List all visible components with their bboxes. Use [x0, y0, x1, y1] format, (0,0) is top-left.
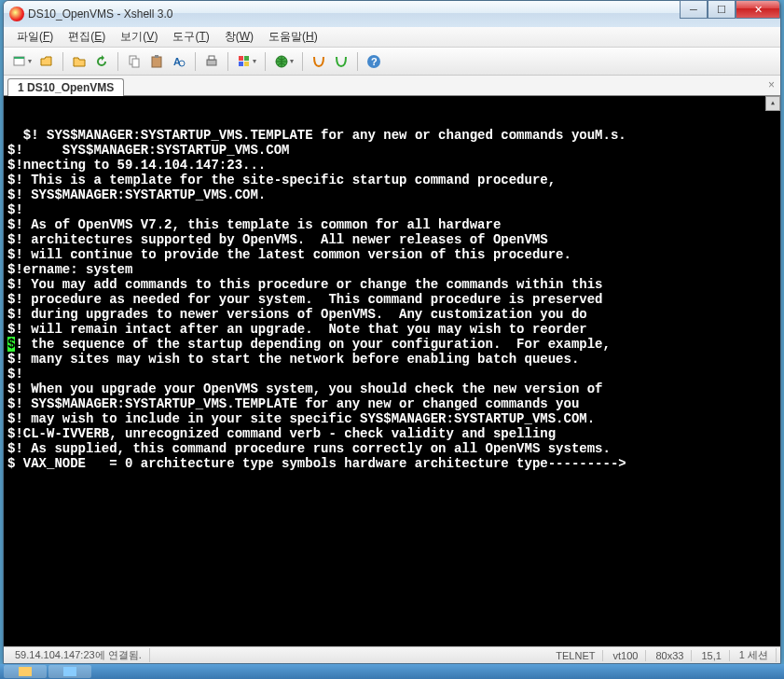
separator: [195, 52, 196, 71]
folder-open-icon: [39, 54, 54, 69]
status-session-count: 1 세션: [732, 648, 777, 662]
script-run-button[interactable]: [309, 51, 329, 72]
disconnect-button[interactable]: [69, 51, 89, 72]
svg-rect-11: [244, 56, 249, 61]
copy-icon: [127, 54, 142, 69]
toolbar: ▾ A ▾ ▾: [4, 48, 780, 76]
copy-button[interactable]: [124, 51, 144, 72]
status-cursor-pos: 15,1: [694, 650, 729, 661]
close-button[interactable]: ✕: [736, 0, 780, 19]
help-icon: ?: [366, 54, 381, 69]
app-icon: [63, 667, 76, 676]
globe-icon: [274, 54, 289, 69]
status-terminal-type: vt100: [605, 650, 646, 661]
open-session-button[interactable]: [36, 51, 57, 72]
print-button[interactable]: [201, 51, 222, 72]
svg-rect-9: [209, 56, 214, 60]
svg-rect-5: [155, 55, 158, 58]
svg-text:?: ?: [371, 56, 378, 67]
menu-file[interactable]: 파일(F): [11, 27, 59, 47]
os-taskbar[interactable]: [0, 664, 784, 679]
color-scheme-button[interactable]: ▾: [234, 51, 259, 72]
svg-rect-17: [19, 667, 32, 676]
status-host: 59.14.104.147:23에 연결됨.: [7, 648, 150, 662]
menu-window[interactable]: 창(W): [219, 27, 259, 47]
menu-tools[interactable]: 도구(T): [167, 27, 214, 47]
help-button[interactable]: ?: [364, 51, 384, 72]
script-icon: [311, 54, 326, 69]
menu-help[interactable]: 도움말(H): [263, 27, 323, 47]
taskbar-item[interactable]: [4, 665, 47, 678]
scroll-up-button[interactable]: ▴: [765, 96, 780, 111]
dropdown-arrow-icon: ▾: [290, 57, 296, 65]
window-controls: ─ ☐ ✕: [680, 0, 780, 19]
find-button[interactable]: A: [169, 51, 189, 72]
menu-view[interactable]: 보기(V): [115, 27, 163, 47]
svg-rect-1: [14, 57, 24, 59]
separator: [227, 52, 228, 71]
status-size: 80x33: [648, 650, 692, 661]
taskbar-item[interactable]: [48, 665, 91, 678]
separator: [357, 52, 358, 71]
printer-icon: [204, 54, 219, 69]
status-protocol: TELNET: [548, 650, 603, 661]
menubar: 파일(F) 편집(E) 보기(V) 도구(T) 창(W) 도움말(H): [4, 27, 780, 48]
app-icon: [9, 7, 24, 21]
svg-rect-3: [132, 59, 139, 67]
script-stop-icon: [334, 54, 349, 69]
terminal-area[interactable]: $! SYS$MANAGER:SYSTARTUP_VMS.TEMPLATE fo…: [4, 96, 780, 646]
minimize-button[interactable]: ─: [680, 0, 708, 19]
reconnect-button[interactable]: [91, 51, 112, 72]
paste-icon: [149, 54, 164, 69]
svg-rect-12: [239, 62, 243, 66]
separator: [302, 52, 303, 71]
palette-icon: [237, 54, 252, 69]
tab-close-button[interactable]: ×: [768, 78, 775, 91]
status-bar: 59.14.104.147:23에 연결됨. TELNET vt100 80x3…: [4, 646, 780, 663]
separator: [265, 52, 266, 71]
svg-rect-8: [207, 60, 216, 65]
window-title: DS10_OpenVMS - Xshell 3.0: [28, 7, 777, 21]
titlebar[interactable]: DS10_OpenVMS - Xshell 3.0 ─ ☐ ✕: [4, 1, 780, 27]
script-stop-button[interactable]: [331, 51, 351, 72]
tab-bar: 1 DS10_OpenVMS ×: [4, 76, 780, 96]
dropdown-arrow-icon: ▾: [28, 57, 34, 65]
find-icon: A: [172, 54, 186, 69]
folder-icon: [72, 54, 87, 69]
refresh-icon: [94, 54, 109, 69]
svg-rect-10: [239, 56, 243, 61]
main-window: DS10_OpenVMS - Xshell 3.0 ─ ☐ ✕ 파일(F) 편집…: [3, 0, 781, 664]
maximize-button[interactable]: ☐: [708, 0, 736, 19]
svg-rect-4: [152, 57, 161, 67]
separator: [117, 52, 118, 71]
new-session-button[interactable]: ▾: [9, 51, 34, 72]
svg-rect-18: [63, 667, 76, 676]
separator: [62, 52, 63, 71]
svg-rect-13: [244, 62, 249, 66]
folder-icon: [19, 667, 32, 676]
menu-edit[interactable]: 편집(E): [62, 27, 111, 47]
paste-button[interactable]: [146, 51, 167, 72]
dropdown-arrow-icon: ▾: [253, 57, 259, 65]
encoding-button[interactable]: ▾: [271, 51, 296, 72]
tab-session-1[interactable]: 1 DS10_OpenVMS: [7, 78, 124, 96]
